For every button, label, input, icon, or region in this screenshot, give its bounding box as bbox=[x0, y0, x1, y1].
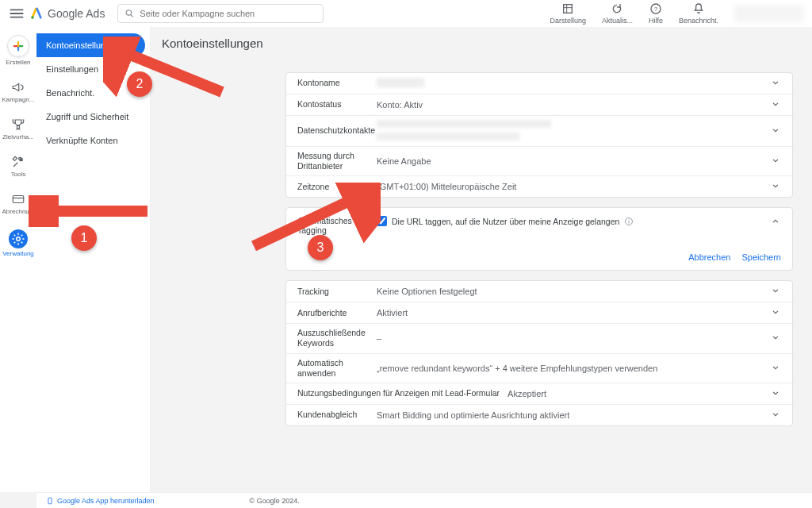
app-footer: Google Ads App herunterladen © Google 20… bbox=[36, 492, 812, 508]
bell-icon bbox=[692, 2, 705, 15]
chevron-down-icon bbox=[770, 332, 781, 344]
chevron-down-icon bbox=[770, 180, 781, 193]
chevron-down-icon bbox=[770, 155, 781, 167]
cancel-button[interactable]: Abbrechen bbox=[688, 252, 730, 262]
row-account-name[interactable]: Kontoname bbox=[286, 73, 792, 94]
chevron-down-icon bbox=[770, 387, 781, 400]
row-call-reports[interactable]: Anrufberichte Aktiviert bbox=[286, 302, 792, 324]
appearance-button[interactable]: Darstellung bbox=[550, 2, 586, 25]
row-timezone[interactable]: Zeitzone (GMT+01:00) Mitteleuropäische Z… bbox=[286, 176, 792, 197]
auto-tagging-checkbox[interactable] bbox=[377, 216, 387, 226]
brand-name: Google Ads bbox=[48, 7, 105, 20]
sidebar-linked-accounts[interactable]: Verknüpfte Konten bbox=[36, 129, 145, 152]
rail-campaigns[interactable]: Kampagn... bbox=[0, 77, 36, 106]
save-button[interactable]: Speichern bbox=[741, 252, 781, 262]
chevron-up-icon[interactable] bbox=[770, 216, 781, 229]
download-app-link[interactable]: Google Ads App herunterladen bbox=[46, 497, 155, 505]
card-icon bbox=[11, 192, 25, 206]
chevron-down-icon bbox=[770, 125, 781, 137]
row-negative-keywords[interactable]: Auszuschließende Keywords – bbox=[286, 324, 792, 353]
row-thirdparty-measurement[interactable]: Messung durch Drittanbieter Keine Angabe bbox=[286, 147, 792, 176]
account-info-redacted[interactable] bbox=[734, 5, 804, 22]
settings-panel-2: Tracking Keine Optionen festgelegt Anruf… bbox=[285, 280, 793, 426]
svg-point-1 bbox=[127, 10, 132, 15]
chevron-down-icon bbox=[770, 285, 781, 298]
ads-logo-icon bbox=[30, 7, 43, 20]
page-title: Kontoeinstellungen bbox=[162, 37, 793, 50]
help-button[interactable]: ? Hilfe bbox=[649, 2, 663, 25]
row-customer-match[interactable]: Kundenabgleich Smart Bidding und optimie… bbox=[286, 405, 792, 425]
chevron-down-icon bbox=[770, 77, 781, 90]
auto-tagging-checkbox-wrap[interactable]: Die URL taggen, auf die Nutzer über mein… bbox=[377, 216, 634, 226]
row-tracking[interactable]: Tracking Keine Optionen festgelegt bbox=[286, 281, 792, 302]
sidebar-account-settings[interactable]: Kontoeinstellungen bbox=[36, 33, 145, 57]
info-icon[interactable] bbox=[624, 217, 634, 226]
left-rail: Erstellen Kampagn... Zielvorha... Tools … bbox=[0, 27, 36, 492]
row-auto-apply[interactable]: Automatisch anwenden „remove redundant k… bbox=[286, 354, 792, 383]
sidebar-settings[interactable]: Einstellungen bbox=[36, 57, 145, 81]
row-account-status[interactable]: Kontostatus Konto: Aktiv bbox=[286, 94, 792, 116]
rail-create[interactable]: Erstellen bbox=[0, 32, 36, 69]
chevron-down-icon bbox=[770, 306, 781, 319]
svg-rect-5 bbox=[13, 196, 24, 203]
megaphone-icon bbox=[11, 80, 25, 94]
help-icon: ? bbox=[649, 2, 662, 15]
svg-point-0 bbox=[31, 16, 33, 18]
search-input[interactable] bbox=[140, 9, 316, 18]
refresh-button[interactable]: Aktualis... bbox=[602, 2, 633, 25]
main-content: Kontoeinstellungen Kontoname Kontostatus… bbox=[151, 27, 812, 492]
refresh-icon bbox=[611, 2, 623, 15]
sidebar-access-security[interactable]: Zugriff und Sicherheit bbox=[36, 105, 145, 129]
row-privacy-contacts[interactable]: Datenschutzkontakte bbox=[286, 116, 792, 147]
search-box[interactable] bbox=[117, 4, 324, 23]
chevron-down-icon bbox=[770, 98, 781, 111]
app-header: Google Ads Darstellung Aktualis... ? Hil… bbox=[0, 0, 812, 27]
tools-icon bbox=[11, 155, 25, 169]
header-right: Darstellung Aktualis... ? Hilfe Benachri… bbox=[550, 2, 804, 25]
trophy-icon bbox=[11, 117, 25, 132]
sidebar: Kontoeinstellungen Einstellungen Benachr… bbox=[36, 27, 151, 492]
account-panel: Kontoname Kontostatus Konto: Aktiv Daten… bbox=[285, 72, 793, 198]
rail-goals[interactable]: Zielvorha... bbox=[0, 114, 36, 144]
svg-rect-9 bbox=[48, 498, 52, 504]
hamburger-icon[interactable] bbox=[8, 5, 25, 22]
search-icon bbox=[124, 8, 135, 19]
rail-billing[interactable]: Abrechnu... bbox=[0, 189, 36, 218]
auto-tagging-panel: Automatisches Tagging Die URL taggen, au… bbox=[285, 207, 793, 271]
chevron-down-icon bbox=[770, 409, 781, 421]
rail-tools[interactable]: Tools bbox=[0, 152, 36, 181]
auto-tagging-label: Automatisches Tagging bbox=[297, 216, 377, 235]
phone-icon bbox=[46, 497, 54, 505]
svg-rect-2 bbox=[564, 5, 573, 13]
notifications-button[interactable]: Benachricht. bbox=[679, 2, 718, 25]
svg-text:?: ? bbox=[654, 6, 658, 13]
copyright: © Google 2024. bbox=[250, 497, 300, 505]
chevron-down-icon bbox=[770, 362, 781, 375]
svg-point-6 bbox=[17, 237, 21, 241]
appearance-icon bbox=[561, 2, 574, 15]
gear-icon bbox=[11, 232, 25, 246]
sidebar-notifications[interactable]: Benachricht. bbox=[36, 81, 145, 105]
plus-icon bbox=[11, 39, 25, 53]
row-leadform-terms[interactable]: Nutzungsbedingungen für Anzeigen mit Lea… bbox=[286, 383, 792, 405]
svg-point-8 bbox=[629, 219, 630, 220]
google-ads-logo[interactable]: Google Ads bbox=[30, 7, 105, 20]
rail-admin[interactable]: Verwaltung bbox=[0, 226, 36, 260]
